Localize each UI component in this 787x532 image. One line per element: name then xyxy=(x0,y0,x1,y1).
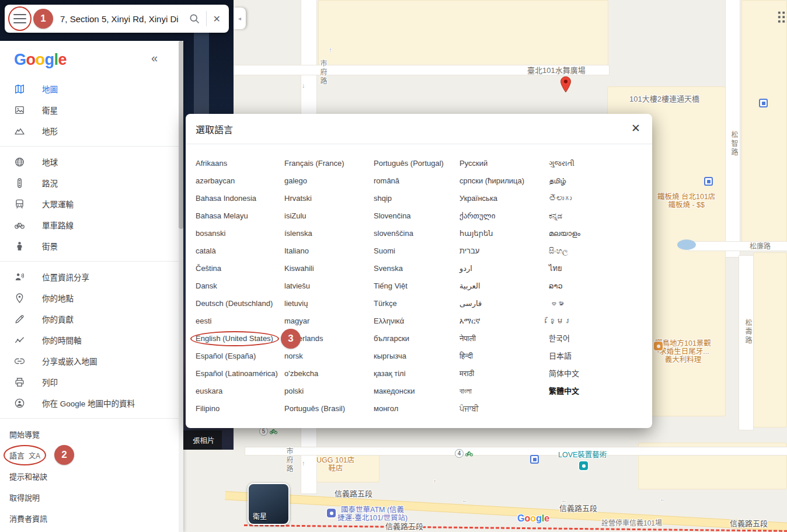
sidebar-item-help[interactable]: 取得說明 xyxy=(0,486,183,507)
language-option[interactable]: 繁體中文 xyxy=(549,383,579,400)
sidebar-item-location-sharing[interactable]: 位置資訊分享 xyxy=(0,266,183,287)
language-option[interactable]: සිංහල xyxy=(549,242,568,260)
language-option[interactable]: اردو xyxy=(459,260,472,277)
language-option[interactable]: Kiswahili xyxy=(284,260,314,277)
language-option[interactable]: lietuvių xyxy=(284,295,308,312)
language-option[interactable]: Afrikaans xyxy=(196,155,227,172)
language-option[interactable]: română xyxy=(374,172,399,190)
language-option[interactable]: euskara xyxy=(196,383,222,400)
language-option[interactable]: ಕನ್ನಡ xyxy=(549,207,562,225)
atm-icon[interactable] xyxy=(327,509,336,517)
language-option[interactable]: 简体中文 xyxy=(549,365,579,383)
language-option[interactable]: català xyxy=(196,242,216,260)
language-option[interactable]: հայերեն xyxy=(459,225,493,242)
sidebar-item-consumer-info[interactable]: 消費者資訊 xyxy=(0,507,183,528)
language-option[interactable]: 日本語 xyxy=(549,347,572,365)
language-option[interactable]: ລາວ xyxy=(549,277,563,295)
language-option[interactable]: galego xyxy=(284,172,307,190)
language-option[interactable]: नेपाली xyxy=(459,330,476,347)
language-option[interactable]: кыргызча xyxy=(374,347,406,365)
language-option[interactable]: eesti xyxy=(196,312,211,330)
language-option[interactable]: Svenska xyxy=(374,260,403,277)
language-option[interactable]: Čeština xyxy=(196,260,221,277)
clear-search-icon[interactable]: ✕ xyxy=(213,13,221,25)
language-option[interactable]: עברית xyxy=(459,242,479,260)
language-option[interactable]: Italiano xyxy=(284,242,309,260)
language-option[interactable]: Filipino xyxy=(196,400,220,418)
language-option[interactable]: slovenščina xyxy=(374,225,413,242)
language-option[interactable]: magyar xyxy=(284,312,309,330)
language-option[interactable]: বাংলা xyxy=(459,383,472,400)
sidebar-scrollbar[interactable] xyxy=(179,41,183,532)
language-option[interactable]: shqip xyxy=(374,190,392,207)
language-option[interactable]: Español (Latinoamérica) xyxy=(196,365,278,383)
sidebar-item-language[interactable]: 語言文A2 xyxy=(0,444,183,465)
sidebar-item-earth[interactable]: 地球 xyxy=(0,151,183,172)
language-option[interactable]: polski xyxy=(284,383,304,400)
language-option[interactable]: Dansk xyxy=(196,277,217,295)
language-option[interactable]: Português (Brasil) xyxy=(284,400,345,418)
sidebar-item-map[interactable]: 地圖 xyxy=(0,78,183,99)
language-option[interactable]: latviešu xyxy=(284,277,310,295)
language-option[interactable]: فارسی xyxy=(459,295,482,312)
transit-stop-icon[interactable] xyxy=(530,455,539,464)
sidebar-item-street-view[interactable]: 街景 xyxy=(0,235,183,256)
sidebar-item-your-timeline[interactable]: 你的時間軸 xyxy=(0,329,183,350)
transit-stop-icon[interactable] xyxy=(759,99,768,107)
language-option[interactable]: српски (ћирилица) xyxy=(459,172,524,190)
search-input[interactable]: 7, Section 5, Xinyi Rd, Xinyi Di xyxy=(60,14,189,24)
language-option[interactable]: isiZulu xyxy=(284,207,307,225)
bike-route-badge[interactable]: 5 xyxy=(259,427,278,436)
language-option[interactable]: Bahasa Melayu xyxy=(196,207,248,225)
bike-route-badge[interactable]: 4 xyxy=(455,449,473,458)
satellite-layer-toggle[interactable]: 衛星 xyxy=(248,483,290,525)
sidebar-item-print[interactable]: 列印 xyxy=(0,371,183,392)
language-option[interactable]: Bahasa Indonesia xyxy=(196,190,256,207)
language-option[interactable]: македонски xyxy=(374,383,415,400)
language-option[interactable]: bosanski xyxy=(196,225,225,242)
language-option[interactable]: தமிழ் xyxy=(549,172,566,190)
sidebar-item-transit[interactable]: 大眾運輸 xyxy=(0,193,183,214)
language-option[interactable]: Hrvatski xyxy=(284,190,312,207)
language-option[interactable]: Українська xyxy=(459,190,497,207)
language-option[interactable]: Français (France) xyxy=(284,155,344,172)
language-option[interactable]: മലയാളം xyxy=(549,225,580,242)
menu-button[interactable] xyxy=(13,14,26,23)
language-option[interactable]: मराठी xyxy=(459,365,474,383)
sidebar-item-satellite[interactable]: 衛星 xyxy=(0,99,183,120)
close-icon[interactable]: ✕ xyxy=(631,121,640,135)
sidebar-item-tips[interactable]: 提示和祕訣 xyxy=(0,465,183,486)
sidebar-item-bicycling[interactable]: 單車路線 xyxy=(0,214,183,235)
language-option[interactable]: монгол xyxy=(374,400,398,418)
language-option[interactable]: български xyxy=(374,330,409,347)
language-option[interactable]: العربية xyxy=(459,277,480,295)
language-option[interactable]: Deutsch (Deutschland) xyxy=(196,295,273,312)
language-option[interactable]: Slovenčina xyxy=(374,207,411,225)
sidebar-item-your-places[interactable]: 你的地點 xyxy=(0,287,183,308)
sidebar-item-terrain[interactable]: 地形 xyxy=(0,120,183,141)
collapse-panel-button[interactable]: ◂ xyxy=(234,8,246,29)
sidebar-item-your-data[interactable]: 你在 Google 地圖中的資料 xyxy=(0,392,183,413)
language-option[interactable]: norsk xyxy=(284,347,303,365)
language-option[interactable]: ગુજરાતી xyxy=(549,155,574,172)
scrollbar-thumb[interactable] xyxy=(179,41,183,229)
language-option[interactable]: o'zbekcha xyxy=(284,365,318,383)
language-option[interactable]: ဗမာ xyxy=(549,295,564,312)
apps-grid-icon[interactable] xyxy=(776,10,787,23)
language-option[interactable]: ქართული xyxy=(459,207,495,225)
photos-count[interactable]: 張相片 xyxy=(183,430,222,450)
attraction-icon[interactable] xyxy=(579,461,588,470)
sidebar-item-traffic[interactable]: 路況 xyxy=(0,172,183,193)
sidebar-item-share-embed[interactable]: 分享或嵌入地圖 xyxy=(0,350,183,371)
language-option[interactable]: Español (España) xyxy=(196,347,256,365)
language-option[interactable]: қазақ тілі xyxy=(374,365,406,383)
search-icon[interactable] xyxy=(189,13,200,25)
restaurant-icon[interactable] xyxy=(654,342,663,350)
language-option[interactable]: Ελληνικά xyxy=(374,312,404,330)
language-option[interactable]: 한국어 xyxy=(549,330,570,347)
language-option[interactable]: Tiếng Việt xyxy=(374,277,408,295)
place-pin-icon[interactable] xyxy=(559,76,572,93)
sidebar-item-get-started[interactable]: 開始導覽 xyxy=(0,423,183,444)
language-option[interactable]: Português (Portugal) xyxy=(374,155,444,172)
transit-stop-icon[interactable] xyxy=(704,177,713,186)
